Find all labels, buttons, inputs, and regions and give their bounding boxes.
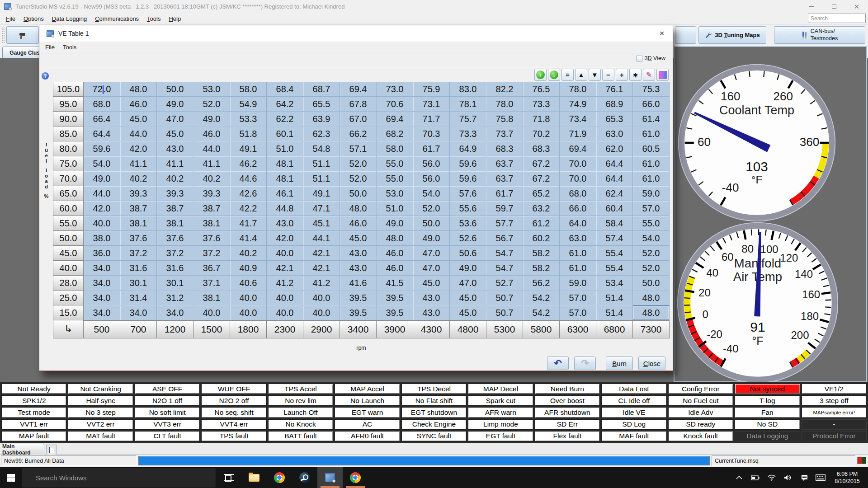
ve-cell[interactable]: 38.1: [193, 291, 230, 305]
set-equal-button[interactable]: =: [561, 69, 574, 81]
ve-cell[interactable]: 61.7: [486, 186, 523, 201]
ve-cell[interactable]: 49.0: [193, 112, 230, 127]
ve-cell[interactable]: 57.0: [560, 305, 596, 320]
canbus-testmodes-button[interactable]: CAN-bus/ Testmodes: [774, 26, 865, 44]
ve-cell[interactable]: 42.1: [303, 261, 340, 276]
start-button[interactable]: [0, 467, 22, 488]
dialog-menu-tools[interactable]: Tools: [59, 42, 80, 52]
ve-cell[interactable]: 51.0: [267, 141, 303, 156]
ve-cell[interactable]: 40.6: [230, 276, 267, 291]
ve-cell[interactable]: 64.9: [450, 141, 486, 156]
close-button[interactable]: ✕: [845, 0, 868, 13]
ve-cell[interactable]: 73.1: [413, 97, 450, 112]
ve-cell[interactable]: 41.6: [340, 276, 377, 291]
ve-cell[interactable]: 42.0: [267, 231, 303, 246]
ve-cell[interactable]: 37.2: [157, 246, 193, 261]
ve-cell[interactable]: 58.0: [377, 141, 413, 156]
ve-cell[interactable]: 61.0: [560, 246, 596, 261]
menu-file[interactable]: File: [2, 14, 19, 24]
rpm-header-cell[interactable]: 700: [120, 320, 157, 338]
scale-up-button[interactable]: ▲: [575, 69, 587, 81]
ve-cell[interactable]: 42.0: [84, 201, 120, 216]
ve-cell[interactable]: 44.6: [230, 171, 267, 186]
ve-cell[interactable]: 66.2: [340, 127, 377, 141]
ve-cell[interactable]: 38.7: [193, 201, 230, 216]
ve-cell[interactable]: 38.1: [157, 216, 193, 231]
rpm-header-cell[interactable]: 2900: [303, 320, 340, 338]
decrease-button[interactable]: ↓: [548, 69, 560, 81]
ve-cell[interactable]: 66.0: [560, 201, 596, 216]
ve-cell[interactable]: 70.3: [413, 127, 450, 141]
ve-cell[interactable]: 42.6: [230, 186, 267, 201]
ve-cell[interactable]: 63.2: [523, 201, 560, 216]
ve-cell[interactable]: 46.1: [267, 186, 303, 201]
ve-cell[interactable]: 67.8: [340, 97, 377, 112]
ve-cell[interactable]: 48.0: [120, 82, 157, 97]
rpm-header-cell[interactable]: 500: [84, 320, 120, 338]
ve-cell[interactable]: 68.4: [267, 82, 303, 97]
ve-cell[interactable]: 52.0: [633, 261, 670, 276]
ve-cell[interactable]: 62.0: [596, 141, 633, 156]
ve-cell[interactable]: 34.0: [157, 305, 193, 320]
ve-cell[interactable]: 37.2: [120, 246, 157, 261]
view-3d-checkbox[interactable]: [637, 56, 642, 61]
dialog-titlebar[interactable]: VE Table 1 ×: [39, 25, 673, 42]
ve-cell[interactable]: 44.0: [84, 186, 120, 201]
ve-cell[interactable]: 43.0: [413, 291, 450, 305]
rpm-header-cell[interactable]: 4800: [450, 320, 486, 338]
ve-cell[interactable]: 57.7: [486, 216, 523, 231]
ve-cell[interactable]: 46.0: [120, 97, 157, 112]
ve-cell[interactable]: 41.1: [193, 156, 230, 171]
ve-cell[interactable]: 39.5: [377, 291, 413, 305]
ve-cell[interactable]: 50.7: [486, 305, 523, 320]
ve-cell[interactable]: 39.3: [157, 186, 193, 201]
ve-cell[interactable]: 52.7: [486, 276, 523, 291]
ve-cell[interactable]: 53.6: [450, 216, 486, 231]
ve-cell[interactable]: 43.0: [267, 216, 303, 231]
ve-cell[interactable]: 38.7: [157, 201, 193, 216]
rpm-header-cell[interactable]: 3400: [340, 320, 377, 338]
touch-keyboard-button[interactable]: [814, 467, 827, 488]
ve-cell[interactable]: 43.0: [157, 141, 193, 156]
ve-cell[interactable]: 48.1: [267, 171, 303, 186]
ve-cell[interactable]: 40.0: [267, 246, 303, 261]
load-header-cell[interactable]: 50.0: [53, 231, 84, 246]
ve-cell[interactable]: 30.1: [157, 276, 193, 291]
dialog-close-button[interactable]: ×: [656, 28, 667, 39]
ve-cell[interactable]: 51.1: [303, 171, 340, 186]
steam-button[interactable]: [292, 467, 317, 488]
ve-cell[interactable]: 49.0: [157, 97, 193, 112]
ve-cell[interactable]: 59.7: [486, 201, 523, 216]
ve-cell[interactable]: 72.0: [84, 82, 120, 97]
ve-cell[interactable]: 61.0: [633, 156, 670, 171]
ve-cell[interactable]: 36.7: [193, 261, 230, 276]
ve-cell[interactable]: 54.2: [523, 305, 560, 320]
ve-cell[interactable]: 64.2: [267, 97, 303, 112]
rpm-header-cell[interactable]: 6300: [560, 320, 596, 338]
ve-cell[interactable]: 44.0: [120, 127, 157, 141]
ve-cell[interactable]: 73.0: [377, 82, 413, 97]
toolbar-partial-button[interactable]: [6, 26, 39, 44]
ve-cell[interactable]: 40.0: [193, 305, 230, 320]
ve-cell[interactable]: 49.1: [230, 141, 267, 156]
tuning-maps-button[interactable]: 3D Tuning Maps: [698, 26, 766, 44]
ve-cell[interactable]: 55.0: [633, 216, 670, 231]
ve-cell[interactable]: 43.0: [340, 261, 377, 276]
rpm-header-cell[interactable]: 2300: [267, 320, 303, 338]
ve-cell[interactable]: 50.6: [450, 246, 486, 261]
ve-cell[interactable]: 41.1: [120, 156, 157, 171]
ve-cell[interactable]: 41.5: [377, 276, 413, 291]
ve-cell[interactable]: 39.5: [340, 291, 377, 305]
help-icon[interactable]: ?: [42, 72, 49, 80]
ve-cell[interactable]: 50.7: [486, 291, 523, 305]
ve-cell[interactable]: 40.0: [303, 305, 340, 320]
ve-cell[interactable]: 75.7: [450, 112, 486, 127]
ve-cell[interactable]: 34.0: [84, 305, 120, 320]
rpm-header-cell[interactable]: 7300: [633, 320, 670, 338]
app-search-input[interactable]: [808, 14, 866, 23]
ve-cell[interactable]: 65.5: [303, 97, 340, 112]
ve-cell[interactable]: 65.3: [596, 112, 633, 127]
ve-cell[interactable]: 53.4: [596, 276, 633, 291]
ve-cell[interactable]: 73.4: [560, 112, 596, 127]
ve-cell[interactable]: 61.0: [560, 261, 596, 276]
